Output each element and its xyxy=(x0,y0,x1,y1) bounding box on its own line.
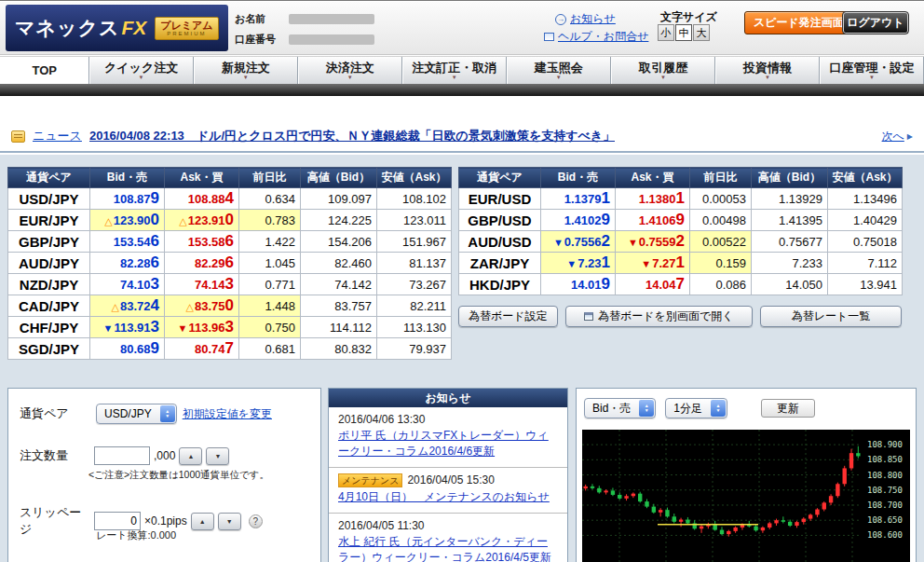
ask-cell[interactable]: ▼0.75592 xyxy=(616,231,690,253)
bid-cell[interactable]: △83.724 xyxy=(90,295,165,317)
timeframe-select[interactable]: 1分足 ▲▼ xyxy=(665,398,727,418)
ask-cell[interactable]: 14.047 xyxy=(616,274,690,295)
ask-cell[interactable]: 108.884 xyxy=(165,188,239,210)
slippage-up-button[interactable]: ▲ xyxy=(191,513,214,530)
up-mark-icon: △ xyxy=(104,215,112,226)
low-cell: 0.75018 xyxy=(828,231,903,253)
quantity-down-button[interactable]: ▼ xyxy=(206,447,229,465)
bid-cell[interactable]: 14.019 xyxy=(541,274,616,295)
slippage-down-button[interactable]: ▼ xyxy=(218,513,241,530)
tab-market-info[interactable]: 投資情報▼ xyxy=(715,57,820,84)
tab-top[interactable]: TOP xyxy=(0,57,89,84)
logout-button[interactable]: ログアウト xyxy=(842,11,909,34)
change-cell: 0.681 xyxy=(239,338,301,360)
fontsize-large-button[interactable]: 大 xyxy=(693,24,710,41)
high-cell: 14.050 xyxy=(752,274,828,295)
svg-text:108.850: 108.850 xyxy=(867,455,903,464)
header: マネックス FX プレミアム PREMIUM お名前 口座番号 → お知らせ ヘ… xyxy=(0,2,924,55)
help-contact-link[interactable]: ヘルプ・お問合せ xyxy=(544,29,648,45)
ask-cell[interactable]: △123.910 xyxy=(165,210,239,231)
refresh-button[interactable]: 更新 xyxy=(761,399,815,418)
rate-column-header: Ask・買 xyxy=(165,168,239,188)
quantity-note: <ご注意>注文数量は1000通貨単位です。 xyxy=(88,469,269,482)
ask-cell[interactable]: 80.747 xyxy=(165,338,239,360)
change-cell: 0.750 xyxy=(239,317,301,338)
notice-item-link[interactable]: 4月10日（日） メンテナンスのお知らせ xyxy=(338,489,558,505)
bid-cell[interactable]: 82.286 xyxy=(90,253,165,274)
rate-list-button[interactable]: 為替レート一覧 xyxy=(760,306,902,327)
notice-link-label: お知らせ xyxy=(570,11,616,27)
select-arrows-icon: ▲▼ xyxy=(160,405,175,422)
board-settings-button[interactable]: 為替ボード設定 xyxy=(458,306,558,327)
rate-column-header: Ask・買 xyxy=(616,168,690,188)
bid-cell[interactable]: 74.103 xyxy=(90,274,165,295)
timeframe-value: 1分足 xyxy=(673,401,710,417)
news-next-link[interactable]: 次へ ▶ xyxy=(882,129,913,144)
ask-cell[interactable]: 1.41069 xyxy=(616,210,690,231)
bid-cell[interactable]: 80.689 xyxy=(90,338,165,360)
currency-pair-cell: CAD/JPY xyxy=(8,295,90,317)
currency-pair-cell: NZD/JPY xyxy=(8,274,90,295)
ask-cell[interactable]: ▼113.963 xyxy=(165,317,239,338)
price-type-value: Bid・売 xyxy=(592,401,638,417)
fontsize-small-button[interactable]: 小 xyxy=(658,24,674,41)
price-type-select[interactable]: Bid・売 ▲▼ xyxy=(584,398,656,418)
ask-cell[interactable]: △83.750 xyxy=(165,295,239,317)
tab-new-order[interactable]: 新規注文▼ xyxy=(194,57,298,84)
ask-cell[interactable]: 74.143 xyxy=(165,274,239,295)
bid-cell[interactable]: 153.546 xyxy=(90,231,165,253)
bid-cell[interactable]: 108.879 xyxy=(90,188,165,210)
rate-column-header: 安値（Ask） xyxy=(377,168,452,188)
rate-column-header: 高値（Bid） xyxy=(301,168,377,188)
bid-cell[interactable]: ▼113.913 xyxy=(90,317,165,338)
bid-cell[interactable]: ▼7.231 xyxy=(541,253,616,274)
notice-header-link[interactable]: → お知らせ xyxy=(555,11,616,27)
rate-column-header: 高値（Bid） xyxy=(752,168,828,188)
tab-dropdown-arrow-icon: ▼ xyxy=(139,75,144,80)
fontsize-medium-button[interactable]: 中 xyxy=(675,24,692,41)
tab-label: 新規注文 xyxy=(222,61,270,75)
high-cell: 82.460 xyxy=(301,253,377,274)
open-board-window-button[interactable]: 為替ボードを別画面で開く xyxy=(565,306,753,327)
tab-quick-order[interactable]: クイック注文▼ xyxy=(89,57,194,84)
change-cell: 0.159 xyxy=(690,253,752,274)
quantity-input[interactable] xyxy=(94,446,150,465)
bid-cell[interactable]: △123.900 xyxy=(90,210,165,231)
news-headline-link[interactable]: 2016/04/08 22:13 ドル/円とクロス円で円安、ＮＹ連銀総裁「日欧の… xyxy=(89,128,615,144)
slippage-help-icon[interactable]: ? xyxy=(249,514,263,528)
tab-order-amend-cancel[interactable]: 注文訂正・取消▼ xyxy=(402,57,507,84)
nav-divider-strip xyxy=(0,84,924,96)
ask-cell[interactable]: 1.13801 xyxy=(616,188,690,210)
pair-label: 通貨ペア xyxy=(20,405,90,422)
tab-open-positions[interactable]: 建玉照会▼ xyxy=(507,57,611,84)
news-category-link[interactable]: ニュース xyxy=(33,128,82,144)
logo: マネックス FX プレミアム PREMIUM xyxy=(6,5,228,51)
tab-trade-history[interactable]: 取引履歴▼ xyxy=(611,57,715,84)
news-note-icon xyxy=(11,130,25,143)
tab-account-settings[interactable]: 口座管理・設定▼ xyxy=(820,57,924,84)
notice-item-link[interactable]: 水上 紀行 氏（元インターバンク・ディーラー）ウィークリー・コラム2016/4/… xyxy=(338,534,558,562)
select-arrows-icon: ▲▼ xyxy=(639,400,654,417)
ask-cell[interactable]: ▼7.271 xyxy=(616,253,690,274)
tab-settlement-order[interactable]: 決済注文▼ xyxy=(298,57,402,84)
slippage-input[interactable] xyxy=(94,512,141,530)
pair-select[interactable]: USD/JPY ▲▼ xyxy=(96,404,177,424)
up-mark-icon: △ xyxy=(112,301,119,312)
bid-cell[interactable]: 1.41029 xyxy=(541,210,616,231)
fontsize-buttons: 小 中 大 xyxy=(658,24,710,41)
rate-column-header: Bid・売 xyxy=(541,168,616,188)
rate-column-header: Bid・売 xyxy=(90,168,165,188)
premium-badge: プレミアム PREMIUM xyxy=(155,17,218,40)
ask-cell[interactable]: 82.296 xyxy=(165,253,239,274)
name-label: お名前 xyxy=(235,12,283,26)
change-defaults-link[interactable]: 初期設定値を変更 xyxy=(183,406,272,422)
bid-cell[interactable]: ▼0.75562 xyxy=(541,231,616,253)
bid-cell[interactable]: 1.13791 xyxy=(541,188,616,210)
notice-item-link[interactable]: ポリ平 氏（カリスマFXトレーダー）ウィークリー・コラム2016/4/6更新 xyxy=(338,428,558,459)
notices-title: お知らせ xyxy=(329,389,567,407)
low-cell: 108.102 xyxy=(377,188,452,210)
ask-cell[interactable]: 153.586 xyxy=(165,231,239,253)
quantity-up-button[interactable]: ▲ xyxy=(179,447,202,465)
tab-label: 建玉照会 xyxy=(535,61,583,75)
rate-column-header: 通貨ペア xyxy=(459,168,541,188)
